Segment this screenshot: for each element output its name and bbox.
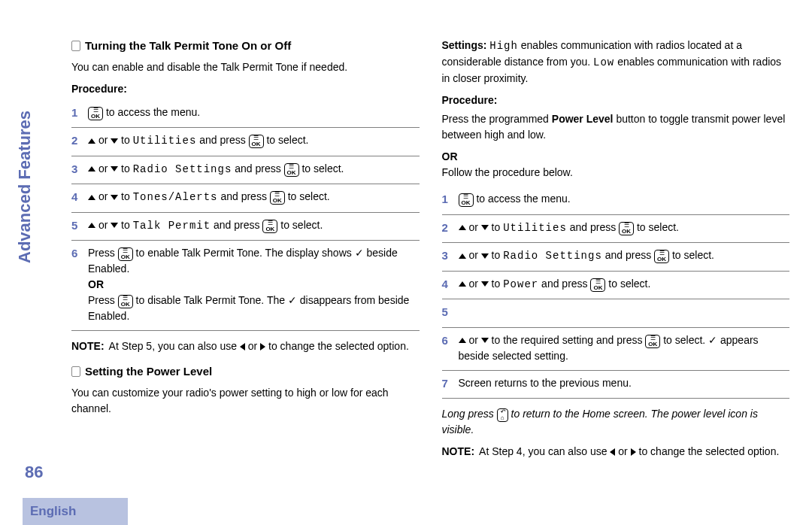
up-arrow-icon bbox=[88, 138, 95, 144]
up-arrow-icon bbox=[88, 223, 95, 228]
step-number: 5 bbox=[71, 217, 88, 235]
up-arrow-icon bbox=[459, 281, 466, 287]
ok-key-icon: ☰OK bbox=[459, 193, 474, 207]
step-text: Screen returns to the previous menu. bbox=[459, 375, 790, 393]
ok-key-icon: ☰OK bbox=[262, 220, 277, 233]
ok-key-icon: ☰OK bbox=[118, 247, 133, 261]
menu-item: Radio Settings bbox=[133, 163, 232, 175]
up-arrow-icon bbox=[88, 195, 95, 200]
step-row: 6 Press ☰OK to enable Talk Permit Tone. … bbox=[71, 241, 420, 331]
note-label: NOTE: bbox=[71, 338, 105, 354]
step-number: 2 bbox=[442, 220, 459, 237]
settings-desc: Settings: High enables communication wit… bbox=[442, 38, 790, 86]
pre-follow: Follow the procedure below. bbox=[442, 165, 790, 181]
step-row: 3 or to Radio Settings and press ☰OK to … bbox=[71, 156, 420, 185]
step-number: 1 bbox=[71, 105, 88, 122]
step-text: or to Radio Settings and press ☰OK to se… bbox=[459, 247, 790, 265]
ok-key-icon: ☰OK bbox=[619, 222, 634, 235]
procedure-label-left: Procedure: bbox=[71, 81, 420, 97]
step-row: 4 or to Tones/Alerts and press ☰OK to se… bbox=[71, 184, 420, 213]
manual-page: Advanced Features 86 English Turning the… bbox=[0, 0, 812, 525]
section-label: Advanced Features bbox=[15, 111, 34, 263]
setting-low: Low bbox=[593, 56, 614, 68]
step-number: 7 bbox=[442, 375, 459, 393]
ok-key-icon: ☰OK bbox=[118, 295, 133, 308]
step-text bbox=[459, 304, 790, 321]
note-label: NOTE: bbox=[442, 444, 475, 460]
up-arrow-icon bbox=[459, 225, 466, 230]
step-row: 1 ☰OK to access the menu. bbox=[71, 100, 420, 129]
heading-2-text: Setting the Power Level bbox=[85, 365, 212, 378]
up-arrow-icon bbox=[459, 338, 466, 343]
step-number: 5 bbox=[442, 304, 459, 321]
or-label: OR bbox=[442, 149, 790, 165]
ok-key-icon: ☰OK bbox=[284, 163, 299, 177]
step-row: 2 or to Utilities and press ☰OK to selec… bbox=[71, 128, 420, 156]
language-label: English bbox=[30, 504, 76, 519]
step-text: ☰OK to access the menu. bbox=[88, 105, 420, 122]
step-row: 6 or to the required setting and press ☰… bbox=[442, 328, 790, 371]
or-label: OR bbox=[88, 278, 104, 290]
step-text: ☰OK to access the menu. bbox=[459, 191, 790, 208]
procedure-label-right: Procedure: bbox=[442, 93, 790, 108]
step-text: Press ☰OK to enable Talk Permit Tone. Th… bbox=[88, 245, 420, 324]
step-text: or to Tones/Alerts and press ☰OK to sele… bbox=[88, 189, 420, 206]
up-arrow-icon bbox=[459, 253, 466, 259]
step-row: 2 or to Utilities and press ☰OK to selec… bbox=[442, 215, 790, 244]
note-text: At Step 5, you can also use or to change… bbox=[109, 338, 409, 354]
down-arrow-icon bbox=[481, 225, 489, 230]
step-text: or to Talk Permit and press ☰OK to selec… bbox=[88, 217, 420, 235]
content-columns: Turning the Talk Permit Tone On or Off Y… bbox=[71, 38, 789, 469]
step-text: or to Radio Settings and press ☰OK to se… bbox=[88, 161, 420, 178]
down-arrow-icon bbox=[481, 281, 489, 287]
ok-key-icon: ☰OK bbox=[249, 135, 264, 148]
steps-left: 1 ☰OK to access the menu. 2 or to Utilit… bbox=[71, 100, 420, 332]
settings-label: Settings: bbox=[442, 39, 490, 51]
setting-high: High bbox=[489, 40, 518, 52]
step-number: 6 bbox=[442, 332, 459, 364]
steps-right: 1 ☰OK to access the menu. 2 or to Utilit… bbox=[442, 187, 790, 399]
step-number: 3 bbox=[442, 247, 459, 265]
step-row: 1 ☰OK to access the menu. bbox=[442, 187, 790, 215]
step-number: 4 bbox=[442, 276, 459, 293]
step-text: or to the required setting and press ☰OK… bbox=[459, 332, 790, 364]
note-text: At Step 4, you can also use or to change… bbox=[479, 444, 779, 460]
ok-key-icon: ☰OK bbox=[654, 250, 669, 263]
step-row: 4 or to Power and press ☰OK to select. bbox=[442, 272, 790, 300]
step-text: or to Power and press ☰OK to select. bbox=[459, 276, 790, 293]
power-level-label: Power Level bbox=[552, 113, 614, 125]
step-number: 4 bbox=[71, 189, 88, 206]
step-text: or to Utilities and press ☰OK to select. bbox=[88, 132, 420, 150]
step-row: 3 or to Radio Settings and press ☰OK to … bbox=[442, 243, 790, 272]
heading-marker-icon bbox=[71, 366, 80, 377]
menu-item: Utilities bbox=[503, 222, 567, 234]
down-arrow-icon bbox=[111, 166, 118, 171]
back-key-icon: ↶⌂ bbox=[497, 408, 508, 422]
ok-key-icon: ☰OK bbox=[88, 107, 103, 120]
note-block: NOTE: At Step 4, you can also use or to … bbox=[442, 444, 790, 460]
left-column: Turning the Talk Permit Tone On or Off Y… bbox=[71, 38, 420, 469]
ok-key-icon: ☰OK bbox=[590, 278, 605, 292]
heading-marker-icon bbox=[71, 41, 80, 51]
menu-item: Radio Settings bbox=[503, 250, 602, 262]
ok-key-icon: ☰OK bbox=[270, 191, 285, 205]
step-row: 5 or to Talk Permit and press ☰OK to sel… bbox=[71, 213, 420, 241]
down-arrow-icon bbox=[481, 253, 489, 259]
intro-2: You can customize your radio's power set… bbox=[71, 385, 420, 417]
step-number: 3 bbox=[71, 161, 88, 178]
section-tab: Advanced Features bbox=[15, 111, 35, 263]
down-arrow-icon bbox=[111, 223, 118, 228]
down-arrow-icon bbox=[481, 338, 489, 343]
note-block: NOTE: At Step 5, you can also use or to … bbox=[71, 338, 420, 354]
heading-1: Turning the Talk Permit Tone On or Off bbox=[71, 38, 420, 55]
long-press-note: Long press ↶⌂ to return to the Home scre… bbox=[442, 406, 790, 438]
page-number: 86 bbox=[25, 463, 43, 482]
step-text: or to Utilities and press ☰OK to select. bbox=[459, 220, 790, 237]
left-arrow-icon bbox=[240, 343, 245, 351]
step-number: 2 bbox=[71, 132, 88, 150]
ok-key-icon: ☰OK bbox=[645, 335, 660, 348]
language-tab: English bbox=[23, 498, 128, 525]
step-number: 1 bbox=[442, 191, 459, 208]
intro-1: You can enable and disable the Talk Perm… bbox=[71, 59, 420, 75]
menu-item: Tones/Alerts bbox=[133, 191, 218, 203]
